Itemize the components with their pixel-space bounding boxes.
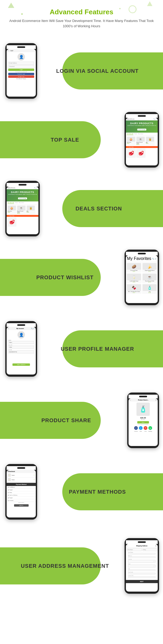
deals-header-icons: 🔍 🛒	[34, 187, 37, 188]
payment-option-4[interactable]: Cash on Delivery	[7, 494, 36, 497]
deals-banner-sub: EXPERIENCE PURCHASING DAIRY PRODUCTS WIT…	[8, 194, 37, 195]
whatsapp-share-icon[interactable]: w	[148, 426, 152, 430]
wishlist-search-icon: 🔍	[152, 258, 154, 260]
share-more-icon: ⋮	[155, 399, 157, 401]
deals-tab-top-seller[interactable]: TOP SELLER	[7, 202, 14, 204]
phone-notch-6	[139, 396, 147, 397]
checkout-name-2: Nestle	[12, 479, 33, 480]
email-share-icon[interactable]: ✉	[144, 426, 147, 430]
checkout-name-1: Nestle	[12, 475, 33, 476]
profile-name-value[interactable]: Name	[8, 341, 34, 344]
payment-option-6[interactable]: razorpay	[7, 499, 36, 502]
payment-radio-6	[8, 500, 9, 501]
postcode-input[interactable]	[128, 573, 156, 574]
next-button[interactable]: NEXT	[126, 580, 158, 583]
profile-seller-value[interactable]: Seller	[8, 346, 34, 349]
flash-product-row: 🥩 🥩	[126, 148, 158, 158]
tab-top-seller[interactable]: TOP SELLER	[127, 133, 133, 135]
payment-options-label: payment options	[7, 502, 36, 503]
deals-img-3: 🥫	[27, 206, 35, 210]
email-field[interactable]: Email Address	[8, 62, 34, 65]
facebook-login-button[interactable]: Facebook Login	[8, 73, 34, 75]
share-button[interactable]: Share	[137, 421, 149, 424]
profile-phone-value[interactable]: 8441030367764	[8, 350, 34, 353]
deals-price-2: $40.00	[17, 213, 25, 214]
payment-option-1[interactable]: Visa/Master	[7, 486, 36, 489]
topsale-screen: Android Ecomm... 🔍 🛒 DAIRY PRODUCTS EXPE…	[126, 118, 158, 165]
profile-cart-icon: 🛒	[33, 328, 35, 329]
product-name-2: Round Ground Coffee	[136, 142, 145, 144]
facebook-share-icon[interactable]: f	[134, 426, 138, 430]
deals-products-grid: 🧅 Red onion $4.00 ☕ Round Ground Coffee …	[7, 205, 38, 215]
wishlist-grid: 🥔 Coconut & Potato $4.00 🍌 Organic Banan…	[126, 262, 158, 294]
topsale-section-label: TOP SALE	[51, 137, 79, 143]
product-price-1: $4.00	[127, 143, 135, 144]
address-section-label: USER ADDRESS MANAGEMENT	[21, 563, 109, 569]
phone-notch-8	[138, 541, 146, 543]
deals-screen: Android Ecomm... 🔍 🛒 DAIRY PRODUCTS EXPE…	[7, 187, 38, 234]
signup-link[interactable]: Not a Member? Signup	[8, 78, 34, 79]
checkout-qty-2: x1	[34, 479, 35, 480]
profile-phone-field: PHONE 8441030367764	[8, 349, 34, 353]
tab-most-liked[interactable]: Most Liked	[138, 133, 143, 135]
wishlist-img-2: 🍌	[143, 263, 157, 270]
deals-tab-deals[interactable]: Deals	[15, 202, 18, 204]
topsale-section: Android Ecomm... 🔍 🛒 DAIRY PRODUCTS EXPE…	[0, 108, 163, 172]
address-input[interactable]	[128, 556, 156, 558]
checkout-img-2: 🥛	[8, 478, 11, 481]
wishlist-img-6: 🧴	[143, 284, 157, 291]
payment-radio-5	[8, 497, 9, 498]
deals-flash-label: Flash Sale	[9, 215, 14, 217]
phone-notch-7	[17, 467, 25, 469]
google-login-button[interactable]: Google Login	[8, 75, 34, 78]
twitter-share-icon[interactable]: t	[139, 426, 143, 430]
products-grid: 🧅 Red onion $4.00 ☕ Round Ground Coffee …	[126, 136, 158, 146]
share-phone: ← Product Descri... ⋮ 🧴 $30.00 Ads. Ads.…	[127, 393, 159, 448]
payment-option-2[interactable]: Paypal	[7, 489, 36, 491]
whatsapp-label: WhatsApp	[148, 431, 152, 432]
address-form: Last Name Address Country ▼ State	[126, 548, 158, 579]
shop-now-button[interactable]: SHOP NOW ▶	[137, 129, 146, 130]
payment-option-5[interactable]: Paypal	[7, 497, 36, 499]
first-name-input[interactable]	[127, 548, 142, 551]
flash-sale-label: Flash Sale	[129, 146, 134, 148]
string-input[interactable]	[142, 548, 157, 551]
deals-tabs: TOP SELLER Deals Most Liked	[7, 201, 38, 205]
state-input[interactable]: ▼	[128, 565, 156, 568]
deals-shop-now[interactable]: SHOP NOW ▶	[18, 197, 27, 199]
password-field[interactable]: Password	[8, 65, 34, 68]
wishlist-screen: My Favorites 🔍 🛒 🥔 Coconut & Potato $4.0…	[126, 255, 158, 303]
save-changes-button[interactable]: SAVE CHANGES	[12, 363, 30, 366]
profile-screen: ← My Account 🔍 🛒 👤 NAME Name SELLER Sell…	[7, 327, 36, 375]
deals-flash-bar: ⚡ Flash Sale	[7, 215, 38, 217]
payment-screen: Checkout 🥛 Nestle x1 🥛 Nestle x1 Payment…	[7, 470, 36, 517]
share-icons-row: f t ✉ w	[129, 425, 158, 431]
deals-banner-title: DAIRY PRODUCTS	[8, 191, 37, 193]
contact-input[interactable]	[128, 576, 156, 578]
payment-radio-4	[8, 495, 9, 496]
country-input[interactable]: ▼	[128, 560, 156, 563]
name-row	[127, 548, 157, 551]
forgot-password-link[interactable]: I've forgotten my password?	[8, 71, 34, 73]
payment-method-header: Payment Method	[7, 483, 36, 486]
address-phone: ← Shipping Address ⋮ Last Name Address	[125, 538, 159, 594]
app-name: Android Ecomm...	[127, 118, 135, 120]
wishlist-item-3: 🥛 Lowfat Vanilla Yogurt $4.00	[126, 273, 142, 283]
login-button[interactable]: Login	[8, 69, 34, 71]
city-input[interactable]	[128, 569, 156, 571]
phone-notch-5	[17, 324, 25, 326]
payment-option-3[interactable]: Stripe	[7, 491, 36, 494]
wishlist-price-2: $4.00	[143, 271, 157, 272]
login-screen: ← Login 👤 Email Address Password Login I…	[7, 49, 36, 97]
payment-label-5: Paypal	[9, 497, 12, 498]
wishlist-item-1: 🥔 Coconut & Potato $4.00	[126, 263, 142, 273]
profile-screen-title: My Account	[16, 328, 24, 329]
deco-circle-top	[129, 5, 136, 13]
deals-tab-most-liked[interactable]: Most Liked	[19, 202, 24, 204]
last-name-input[interactable]	[128, 553, 156, 555]
share-price: $30.00	[129, 417, 158, 419]
deco-triangle-left	[8, 3, 14, 8]
tab-deals[interactable]: Deals	[134, 133, 137, 135]
cancel-button[interactable]: CANCEL	[14, 504, 29, 507]
wishlist-item-4: ☕ Round Ground Coffee $40.00	[142, 273, 157, 283]
